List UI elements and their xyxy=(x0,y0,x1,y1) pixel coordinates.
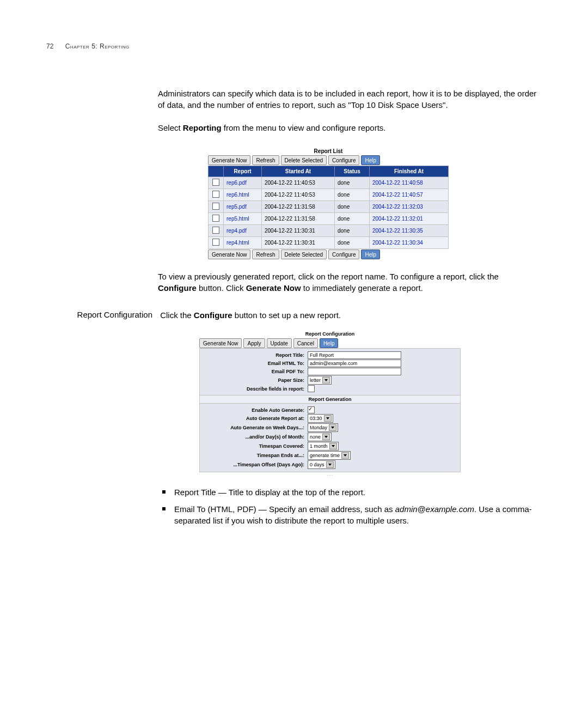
label-describe-fields: Describe fields in report: xyxy=(203,386,308,392)
help-button[interactable]: Help xyxy=(361,249,380,259)
cell-finished: 2004-12-22 11:30:35 xyxy=(372,228,423,234)
chevron-down-icon xyxy=(324,415,332,422)
label-email-html: Email HTML To: xyxy=(203,361,308,366)
list-item: Report Title — Title to display at the t… xyxy=(158,487,539,498)
select-auto-at[interactable]: 03:30 xyxy=(308,414,333,423)
label-paper-size: Paper Size: xyxy=(203,378,308,383)
delete-selected-button[interactable]: Delete Selected xyxy=(281,249,327,259)
select-timespan-ends[interactable]: generate time xyxy=(308,451,351,460)
row-checkbox[interactable] xyxy=(212,179,219,186)
running-header: 72 Chapter 5: Reporting xyxy=(46,42,550,50)
configure-button[interactable]: Configure xyxy=(328,155,359,165)
cell-started: 2004-12-22 11:30:31 xyxy=(262,237,335,249)
checkbox-describe-fields[interactable] xyxy=(308,385,315,392)
report-config-title: Report Configuration xyxy=(199,331,461,337)
cell-status: done xyxy=(335,189,370,201)
select-timespan-covered[interactable]: 1 month xyxy=(308,442,339,451)
report-link[interactable]: rep5.pdf xyxy=(226,204,247,210)
chevron-down-icon xyxy=(322,434,330,440)
chevron-down-icon xyxy=(341,452,349,459)
report-list-toolbar-bottom: Generate Now Refresh Delete Selected Con… xyxy=(208,249,449,259)
cell-finished: 2004-12-22 11:32:03 xyxy=(372,204,423,210)
intro-paragraph: Administrators can specify which data is… xyxy=(158,88,539,111)
cell-status: done xyxy=(335,177,370,189)
refresh-button[interactable]: Refresh xyxy=(252,155,279,165)
table-row: rep6.pdf2004-12-22 11:40:53done2004-12-2… xyxy=(209,177,449,189)
configure-button[interactable]: Configure xyxy=(328,249,359,259)
report-link[interactable]: rep4.html xyxy=(226,240,249,246)
col-finished-at: Finished At xyxy=(370,166,449,177)
table-row: rep4.html2004-12-22 11:30:31done2004-12-… xyxy=(209,237,449,249)
row-checkbox[interactable] xyxy=(212,239,219,246)
chevron-down-icon xyxy=(326,461,334,468)
chevron-down-icon xyxy=(322,377,330,384)
cell-started: 2004-12-22 11:31:58 xyxy=(262,213,335,225)
label-timespan-covered: Timespan Covered: xyxy=(203,443,308,449)
generate-now-button[interactable]: Generate Now xyxy=(199,338,242,348)
select-paper-size[interactable]: letter xyxy=(308,376,332,385)
cell-started: 2004-12-22 11:30:31 xyxy=(262,225,335,237)
row-checkbox[interactable] xyxy=(212,215,219,222)
report-link[interactable]: rep4.pdf xyxy=(226,228,247,234)
col-status: Status xyxy=(335,166,370,177)
cell-finished: 2004-12-22 11:40:57 xyxy=(372,192,423,198)
row-checkbox[interactable] xyxy=(212,203,219,210)
table-row: rep6.html2004-12-22 11:40:53done2004-12-… xyxy=(209,189,449,201)
col-checkbox xyxy=(209,166,224,177)
select-timespan-offset[interactable]: 0 days xyxy=(308,460,335,469)
input-email-html[interactable] xyxy=(308,360,401,367)
report-link[interactable]: rep5.html xyxy=(226,216,249,222)
cell-started: 2004-12-22 11:31:58 xyxy=(262,201,335,213)
report-link[interactable]: rep6.html xyxy=(226,192,249,198)
report-list-table: Report Started At Status Finished At rep… xyxy=(208,166,449,249)
cell-status: done xyxy=(335,225,370,237)
field-description-list: Report Title — Title to display at the t… xyxy=(158,487,539,526)
cell-started: 2004-12-22 11:40:53 xyxy=(262,177,335,189)
section-label: Report Configuration xyxy=(46,310,152,319)
col-report: Report xyxy=(224,166,262,177)
cell-status: done xyxy=(335,201,370,213)
refresh-button[interactable]: Refresh xyxy=(252,249,279,259)
chapter-label: Chapter 5: Reporting xyxy=(65,42,130,50)
cell-finished: 2004-12-22 11:40:58 xyxy=(372,180,423,186)
input-email-pdf[interactable] xyxy=(308,368,401,375)
apply-button[interactable]: Apply xyxy=(243,338,265,348)
help-button[interactable]: Help xyxy=(361,155,380,165)
section-body: Click the Configure button to set up a n… xyxy=(160,310,538,321)
cell-finished: 2004-12-22 11:30:34 xyxy=(372,240,423,246)
post-table-paragraph: To view a previously generated report, c… xyxy=(158,271,539,294)
cutoff-indicator: · · · xyxy=(199,473,461,477)
input-report-title[interactable] xyxy=(308,351,401,359)
report-list-screenshot: Report List Generate Now Refresh Delete … xyxy=(208,148,449,259)
row-checkbox[interactable] xyxy=(212,227,219,234)
row-checkbox[interactable] xyxy=(212,191,219,198)
generate-now-button[interactable]: Generate Now xyxy=(208,155,250,165)
report-list-toolbar-top: Generate Now Refresh Delete Selected Con… xyxy=(208,155,449,165)
report-configuration-screenshot: Report Configuration Generate Now Apply … xyxy=(199,331,461,477)
help-button[interactable]: Help xyxy=(320,338,339,348)
cell-status: done xyxy=(335,237,370,249)
page-number: 72 xyxy=(46,42,53,50)
select-andor-days[interactable]: none xyxy=(308,433,332,441)
label-timespan-ends: Timespan Ends at...: xyxy=(203,453,308,458)
label-report-title: Report Title: xyxy=(203,352,308,358)
select-reporting-line: Select Reporting from the menu to view a… xyxy=(158,123,539,134)
label-auto-weekdays: Auto Generate on Week Days...: xyxy=(203,425,308,430)
chevron-down-icon xyxy=(329,443,337,449)
report-config-toolbar: Generate Now Apply Update Cancel Help xyxy=(199,338,461,348)
report-list-title: Report List xyxy=(208,148,449,154)
report-link[interactable]: rep6.pdf xyxy=(226,180,247,186)
label-timespan-offset: ...Timespan Offset (Days Ago): xyxy=(203,462,308,467)
checkbox-enable-auto[interactable] xyxy=(308,406,315,413)
cancel-button[interactable]: Cancel xyxy=(293,338,318,348)
select-auto-weekdays[interactable]: Monday xyxy=(308,423,338,432)
update-button[interactable]: Update xyxy=(267,338,292,348)
label-enable-auto: Enable Auto Generate: xyxy=(203,407,308,413)
delete-selected-button[interactable]: Delete Selected xyxy=(281,155,327,165)
list-item: Email To (HTML, PDF) — Specify an email … xyxy=(158,504,539,526)
generate-now-button[interactable]: Generate Now xyxy=(208,249,250,259)
col-started-at: Started At xyxy=(262,166,335,177)
label-andor-days: ...and/or Day(s) of Month: xyxy=(203,434,308,440)
label-email-pdf: Email PDF To: xyxy=(203,369,308,374)
report-generation-subheader: Report Generation xyxy=(199,395,461,404)
